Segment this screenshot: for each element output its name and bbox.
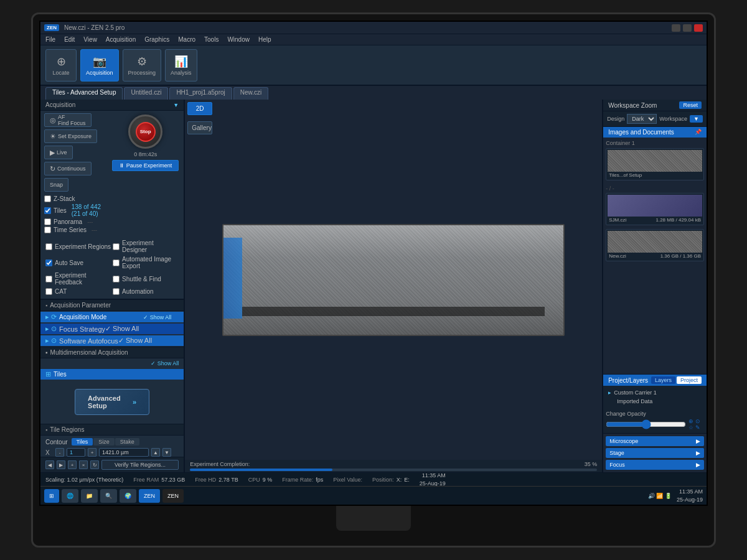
- opacity-slider[interactable]: [606, 422, 686, 427]
- images-docs-pin[interactable]: 📌: [695, 129, 702, 136]
- stage-button[interactable]: Stage ▶: [606, 448, 704, 458]
- software-autofocus-row[interactable]: ▸ ⊙ Software Autofocus ✓ Show All: [40, 335, 184, 346]
- window-controls[interactable]: [672, 24, 703, 32]
- thumbnail-item-1[interactable]: Tiles...of Setup: [606, 148, 704, 180]
- auto-image-export-checkbox[interactable]: [113, 259, 120, 266]
- dark-select[interactable]: Dark: [627, 114, 657, 124]
- tray-clock: 11:35 AM 25-Aug-19: [420, 472, 446, 487]
- taskbar-chrome[interactable]: 🌍: [120, 489, 136, 503]
- acq-mode-showall[interactable]: ✓ Show All: [143, 314, 171, 320]
- menu-window[interactable]: Window: [227, 36, 250, 43]
- tab-advanced-setup[interactable]: Tiles - Advanced Setup: [45, 87, 123, 100]
- tab-untitled[interactable]: Untitled.czi: [124, 87, 168, 100]
- view-2d-button[interactable]: 2D: [187, 102, 212, 115]
- shuttle-find-checkbox[interactable]: [113, 276, 120, 282]
- find-focus-button[interactable]: ◎ AFFind Focus: [44, 113, 92, 127]
- tiles-tab[interactable]: Tiles: [72, 438, 93, 446]
- panel-dropdown-btn[interactable]: ▼: [173, 102, 179, 108]
- toolbar-locate[interactable]: ⊕ Locate: [45, 49, 77, 82]
- nav-prev[interactable]: ◀: [45, 460, 54, 469]
- continuous-button[interactable]: ↻ Continuous: [44, 162, 92, 175]
- tab-newczi[interactable]: New.czi: [233, 87, 268, 100]
- menu-graphics[interactable]: Graphics: [144, 36, 169, 43]
- zstack-checkbox[interactable]: [44, 195, 51, 202]
- autofocus-showall[interactable]: ✓ Show All: [118, 337, 152, 345]
- taskbar-zen-black[interactable]: ZEN: [162, 489, 184, 503]
- set-exposure-button[interactable]: ☀ Set Exposure: [44, 129, 97, 143]
- opacity-icons[interactable]: ⊕ ⊙ ☆ ✎: [688, 418, 704, 431]
- pl-project-tab[interactable]: Project: [677, 376, 702, 384]
- exp-regions-checkbox[interactable]: [45, 243, 52, 250]
- workspace-button[interactable]: ▼: [690, 115, 703, 123]
- thumb-label-2: SJM.czi 1.28 MB / 429.04 kB: [608, 217, 702, 223]
- close-button[interactable]: [694, 24, 703, 32]
- exp-designer-checkbox[interactable]: [113, 243, 120, 250]
- thumbnail-item-3[interactable]: New.czi 1.36 GB / 1.36 GB: [606, 229, 704, 261]
- tiles-checkbox[interactable]: [44, 207, 51, 214]
- x-size-row: X - + ▲ ▼: [45, 448, 179, 457]
- focus-button[interactable]: Focus ▶: [606, 460, 704, 470]
- x-count-up[interactable]: +: [88, 448, 96, 457]
- reset-button[interactable]: Reset: [679, 101, 702, 109]
- taskbar-zen-blue[interactable]: ZEN: [139, 489, 160, 503]
- snap-button[interactable]: Snap: [44, 178, 68, 192]
- toolbar-processing[interactable]: ⚙ Processing: [123, 49, 162, 82]
- nav-del[interactable]: ×: [79, 460, 88, 469]
- size-tab[interactable]: Size: [93, 438, 115, 446]
- x-count-input[interactable]: [67, 448, 85, 457]
- menu-macro[interactable]: Macro: [178, 36, 195, 43]
- taskbar-explorer[interactable]: 📁: [81, 489, 98, 503]
- live-button[interactable]: ▶ Live: [44, 146, 73, 159]
- x-size-up[interactable]: ▲: [151, 448, 160, 457]
- pause-button[interactable]: ⏸ Pause Experiment: [112, 160, 179, 171]
- chrome-icon: 🌍: [125, 493, 131, 499]
- focus-strategy-row[interactable]: ▸ ⊙ Focus Strategy ✓ Show All: [40, 324, 184, 334]
- menu-view[interactable]: View: [83, 36, 97, 43]
- taskbar-ie[interactable]: 🌐: [62, 489, 78, 503]
- toolbar-analysis[interactable]: 📊 Analysis: [165, 49, 197, 82]
- x-size-down[interactable]: ▼: [162, 448, 171, 457]
- panorama-checkbox[interactable]: [44, 218, 51, 225]
- x-size-input[interactable]: [99, 448, 149, 457]
- menu-acquisition[interactable]: Acquisition: [106, 36, 136, 43]
- pl-layers-tab[interactable]: Layers: [651, 376, 675, 384]
- automation-checkbox[interactable]: [113, 288, 120, 295]
- minimize-button[interactable]: [672, 24, 680, 32]
- acq-mode-row[interactable]: ▸ ⟳ Acquisition Mode ✓ Show All: [40, 312, 184, 322]
- microscope-button[interactable]: Microscope ▶: [606, 436, 704, 446]
- focus-showall[interactable]: ✓ Show All: [105, 325, 139, 333]
- view-gallery-button[interactable]: Gallery: [187, 121, 212, 134]
- nav-refresh[interactable]: ↻: [90, 460, 99, 469]
- cat-checkbox[interactable]: [45, 288, 52, 295]
- auto-save-checkbox[interactable]: [45, 259, 52, 266]
- tiles-mode-row[interactable]: ⊞ Tiles: [40, 369, 184, 380]
- thumb-img-3: [608, 231, 702, 253]
- exp-designer-row: Experiment Designer: [113, 240, 179, 253]
- nav-next[interactable]: ▶: [57, 460, 65, 469]
- start-button[interactable]: ⊞: [44, 489, 59, 503]
- monitor-stand: [336, 506, 411, 531]
- thumbnail-item-2[interactable]: SJM.czi 1.28 MB / 429.04 kB: [606, 193, 704, 225]
- tab-project[interactable]: HH1_proj1.a5proj: [169, 87, 232, 100]
- nav-add[interactable]: +: [68, 460, 77, 469]
- menu-file[interactable]: File: [45, 36, 55, 43]
- automation-label: Automation: [122, 288, 154, 295]
- advanced-setup-button[interactable]: Advanced Setup »: [75, 389, 149, 415]
- menu-tools[interactable]: Tools: [204, 36, 218, 43]
- stake-tab[interactable]: Stake: [115, 438, 139, 446]
- x-count-down[interactable]: -: [55, 448, 64, 457]
- toolbar-acquisition[interactable]: 📷 Acquisition: [80, 49, 119, 82]
- shuttle-find-label: Shuttle & Find: [122, 276, 161, 282]
- maximize-button[interactable]: [683, 24, 692, 32]
- stage-arrow: ▶: [696, 450, 700, 456]
- carrier-icon: ▸: [608, 390, 611, 396]
- menu-edit[interactable]: Edit: [64, 36, 75, 43]
- timeseries-checkbox[interactable]: [44, 226, 51, 233]
- verify-tile-regions-button[interactable]: Verify Tile Regions...: [101, 460, 179, 470]
- menu-help[interactable]: Help: [258, 36, 271, 43]
- exp-feedback-checkbox[interactable]: [45, 276, 52, 282]
- contour-tabs: Tiles Size Stake: [72, 438, 139, 446]
- pl-custom-carrier: ▸ Custom Carrier 1: [608, 388, 702, 397]
- taskbar-magnifier[interactable]: 🔍: [100, 489, 117, 503]
- stop-button[interactable]: Stop: [128, 114, 162, 149]
